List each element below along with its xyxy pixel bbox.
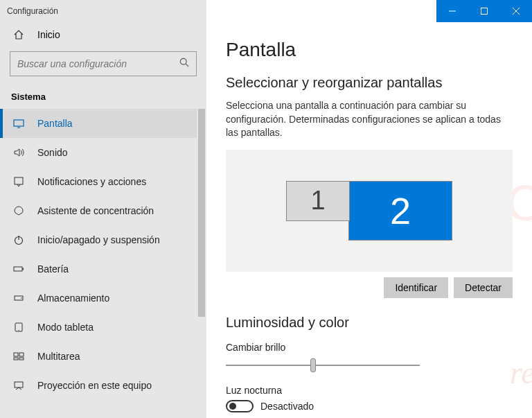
sidebar-item-proyeccion[interactable]: Proyección en este equipo <box>0 371 206 400</box>
home-label: Inicio <box>37 29 60 40</box>
sidebar-item-tableta[interactable]: Modo tableta <box>0 313 206 342</box>
nav-list: Pantalla Sonido Notificaciones y accione… <box>0 109 206 418</box>
battery-icon <box>12 263 25 275</box>
search-icon <box>179 58 189 70</box>
sidebar: Inicio Sistema Pantalla Sonido Notificac… <box>0 22 206 418</box>
sidebar-item-label: Asistente de concentración <box>37 205 154 216</box>
sidebar-item-notificaciones[interactable]: Notificaciones y acciones <box>0 167 206 196</box>
sidebar-item-label: Multitarea <box>37 351 80 362</box>
night-light-toggle[interactable] <box>226 400 254 412</box>
search-input[interactable] <box>10 51 197 76</box>
search-field[interactable] <box>17 58 179 69</box>
sidebar-item-almacenamiento[interactable]: Almacenamiento <box>0 284 206 313</box>
select-heading: Seleccionar y reorganizar pantallas <box>226 75 513 91</box>
sidebar-item-label: Inicio/apagado y suspensión <box>37 234 160 245</box>
titlebar: Configuración <box>0 0 532 22</box>
home-icon <box>12 29 25 40</box>
window-title: Configuración <box>0 0 206 22</box>
sidebar-item-multitarea[interactable]: Multitarea <box>0 342 206 371</box>
display-icon <box>12 118 25 129</box>
svg-rect-20 <box>19 358 24 360</box>
monitor-2[interactable]: 2 <box>348 181 452 241</box>
projection-icon <box>12 380 25 391</box>
maximize-button[interactable] <box>468 0 500 22</box>
multitask-icon <box>12 351 25 362</box>
content-pane: PROFESIONAL Pantalla Seleccionar y reorg… <box>206 22 532 418</box>
svg-rect-12 <box>23 268 24 270</box>
minimize-button[interactable] <box>436 0 468 22</box>
svg-point-14 <box>21 297 22 299</box>
select-description: Selecciona una pantalla a continuación p… <box>226 99 513 140</box>
section-heading: Sistema <box>0 86 206 109</box>
night-light-label: Luz nocturna <box>226 385 513 396</box>
svg-rect-21 <box>15 382 23 387</box>
identify-button[interactable]: Identificar <box>384 277 448 298</box>
night-light-state: Desactivado <box>260 401 314 412</box>
brightness-heading: Luminosidad y color <box>226 315 513 331</box>
home-button[interactable]: Inicio <box>0 22 206 47</box>
svg-rect-17 <box>14 353 18 356</box>
storage-icon <box>12 293 25 304</box>
sidebar-scrollbar[interactable] <box>197 109 206 418</box>
svg-rect-1 <box>481 8 488 15</box>
sidebar-item-bateria[interactable]: Batería <box>0 254 206 284</box>
svg-rect-19 <box>14 358 18 360</box>
tablet-icon <box>12 322 25 333</box>
svg-point-4 <box>180 58 186 64</box>
sound-icon <box>12 147 25 158</box>
sidebar-item-label: Almacenamiento <box>37 293 109 304</box>
svg-rect-6 <box>14 120 24 126</box>
sidebar-item-label: Proyección en este equipo <box>37 380 152 391</box>
brightness-slider[interactable] <box>226 357 420 374</box>
svg-rect-11 <box>14 267 22 271</box>
monitor-1[interactable]: 1 <box>286 181 350 221</box>
window-controls <box>436 0 532 22</box>
notifications-icon <box>12 176 25 187</box>
sidebar-item-concentracion[interactable]: Asistente de concentración <box>0 196 206 225</box>
page-title: Pantalla <box>226 39 513 61</box>
sidebar-item-label: Sonido <box>37 147 68 158</box>
sidebar-item-energia[interactable]: Inicio/apagado y suspensión <box>0 225 206 254</box>
sidebar-item-pantalla[interactable]: Pantalla <box>0 109 206 138</box>
slider-thumb[interactable] <box>310 358 316 372</box>
svg-point-16 <box>18 330 19 331</box>
sidebar-item-label: Batería <box>37 263 69 275</box>
sidebar-item-label: Pantalla <box>37 118 73 129</box>
sidebar-item-label: Notificaciones y acciones <box>37 176 146 187</box>
power-icon <box>12 234 25 245</box>
sidebar-item-label: Modo tableta <box>37 322 94 333</box>
brightness-label: Cambiar brillo <box>226 342 513 353</box>
detect-button[interactable]: Detectar <box>454 277 513 298</box>
close-button[interactable] <box>500 0 532 22</box>
focus-icon <box>12 205 25 216</box>
monitor-arrange-area[interactable]: 1 2 review <box>226 150 513 272</box>
svg-line-5 <box>186 64 188 67</box>
svg-rect-8 <box>15 177 23 184</box>
sidebar-item-sonido[interactable]: Sonido <box>0 138 206 167</box>
scrollbar-thumb[interactable] <box>198 109 205 317</box>
svg-rect-18 <box>19 353 24 356</box>
watermark-sub: review <box>510 354 532 391</box>
